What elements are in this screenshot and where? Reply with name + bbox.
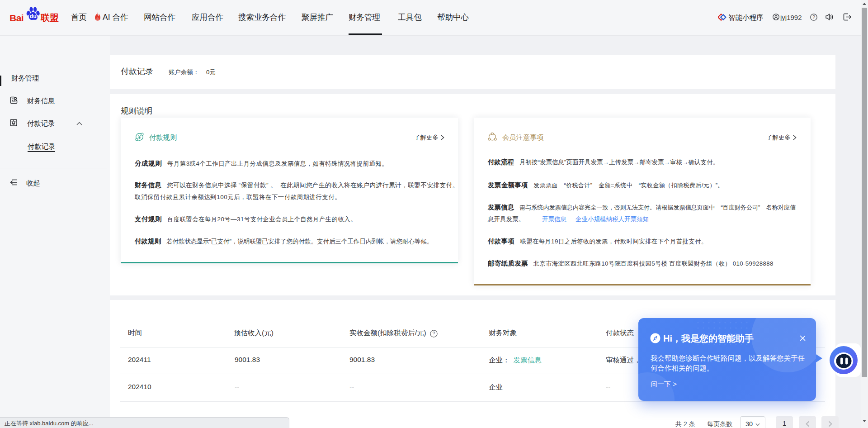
svg-text:?: ?	[812, 15, 815, 20]
svg-text:?: ?	[433, 331, 435, 336]
svg-text:du: du	[30, 13, 37, 19]
